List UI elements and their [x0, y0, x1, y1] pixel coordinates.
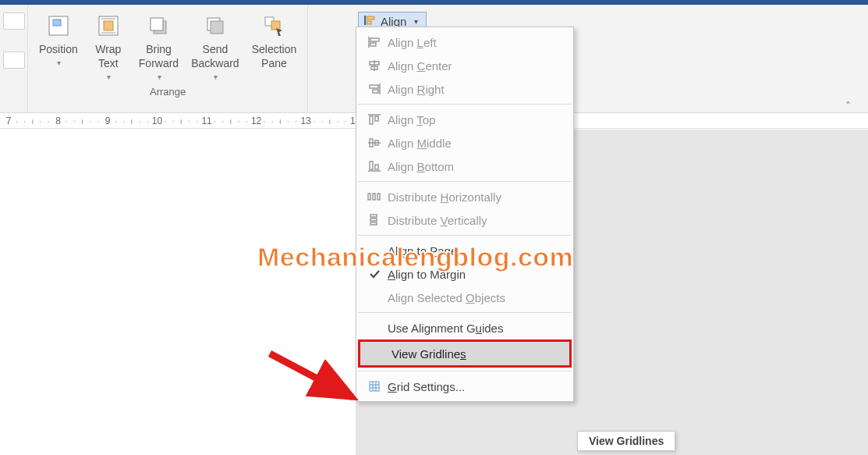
- align-menu: Align LeftAlign CenterAlign RightAlign T…: [356, 27, 574, 402]
- align-bottom-icon: [361, 160, 388, 172]
- menu-item[interactable]: Align to Page: [356, 239, 573, 262]
- check-icon: [361, 268, 388, 280]
- position-button[interactable]: Position ▾: [33, 9, 84, 73]
- svg-rect-1: [53, 20, 61, 26]
- selection-pane-button[interactable]: Selection Pane: [246, 9, 303, 73]
- bring-forward-button[interactable]: Bring Forward ▾: [133, 9, 185, 87]
- dropdown-caret-icon: ▾: [158, 70, 161, 84]
- ruler-segment: 8· · ı · ·: [53, 116, 103, 126]
- svg-rect-17: [370, 43, 376, 46]
- menu-item-label: Align to Page: [388, 244, 562, 258]
- menu-item-label: Align Selected Objects: [388, 291, 562, 304]
- ruler-segment: 12· · ı · ·: [251, 116, 301, 126]
- svg-rect-7: [151, 18, 163, 30]
- menu-item-label: Align Middle: [388, 137, 562, 150]
- ruler-number: 13: [300, 116, 311, 126]
- bring-forward-label: Bring Forward: [139, 42, 179, 70]
- align-left-icon: [361, 36, 388, 48]
- svg-rect-22: [370, 85, 378, 88]
- ruler-ticks: · · ı · ·: [313, 116, 349, 126]
- menu-separator: [358, 104, 572, 105]
- menu-item-label: Align Center: [388, 59, 562, 73]
- ruler-number: 8: [53, 116, 64, 126]
- selection-pane-label: Selection Pane: [252, 42, 297, 70]
- svg-rect-31: [370, 162, 373, 169]
- ruler-number: 7: [3, 116, 14, 126]
- annotation-arrow-icon: [265, 347, 367, 410]
- menu-item: Align Left: [356, 30, 573, 54]
- menu-item-label: Align Top: [388, 113, 562, 126]
- align-middle-icon: [361, 137, 388, 149]
- align-center-icon: [361, 59, 388, 72]
- collapse-ribbon-icon[interactable]: ˄: [845, 100, 851, 112]
- dist-h-icon: [361, 190, 388, 203]
- send-backward-icon: [202, 12, 229, 39]
- svg-rect-38: [370, 222, 377, 225]
- menu-item[interactable]: Grid Settings...: [356, 375, 573, 398]
- svg-line-44: [270, 354, 353, 397]
- ruler-segment: 10· · ı · ·: [152, 116, 202, 126]
- svg-rect-11: [271, 21, 280, 30]
- ruler-segment: 9· · ı · ·: [102, 116, 152, 126]
- menu-separator: [358, 371, 572, 371]
- ruler-segment: 11· · ı · ·: [201, 116, 251, 126]
- menu-item-label: Align Bottom: [388, 160, 562, 173]
- menu-item: Align Center: [356, 54, 573, 77]
- dropdown-caret-icon: ▾: [57, 56, 61, 70]
- position-label: Position: [39, 42, 78, 56]
- svg-rect-26: [375, 116, 378, 121]
- ruler-ticks: · · ı · ·: [214, 116, 250, 126]
- stub-box: [3, 12, 25, 30]
- svg-rect-16: [370, 38, 379, 41]
- svg-rect-34: [373, 194, 375, 200]
- menu-item: Align Right: [356, 77, 573, 101]
- ruler-ticks: · · ı · ·: [165, 116, 200, 126]
- ruler-ticks: · · ı · ·: [115, 116, 151, 126]
- menu-item-label: Align to Margin: [388, 268, 562, 281]
- ruler-number: 9: [102, 116, 113, 126]
- svg-rect-37: [370, 219, 377, 221]
- svg-rect-14: [367, 21, 371, 24]
- align-top-icon: [361, 113, 388, 126]
- svg-rect-32: [375, 165, 378, 169]
- menu-item: Align Bottom: [356, 155, 573, 178]
- svg-rect-23: [373, 90, 378, 93]
- menu-item: Distribute Horizontally: [356, 185, 573, 208]
- ruler-ticks: · · ı · ·: [264, 116, 299, 126]
- menu-separator: [358, 312, 572, 313]
- menu-item-label: Distribute Horizontally: [388, 190, 562, 204]
- ruler-number: 12: [251, 116, 262, 126]
- ruler-ticks: · · ı · ·: [66, 116, 101, 126]
- dropdown-caret-icon: ▾: [414, 17, 418, 26]
- menu-item: Align Middle: [356, 131, 573, 155]
- wrap-text-button[interactable]: Wrap Text ▾: [84, 9, 133, 87]
- group-label: Arrange: [150, 86, 186, 102]
- svg-rect-33: [368, 194, 370, 200]
- align-right-icon: [361, 83, 388, 95]
- menu-item-label: Grid Settings...: [388, 380, 562, 393]
- send-backward-button[interactable]: Send Backward ▾: [185, 9, 245, 87]
- ribbon-left-stub: [0, 5, 28, 112]
- bring-forward-icon: [145, 12, 172, 39]
- dropdown-caret-icon: ▾: [107, 70, 111, 84]
- dropdown-caret-icon: ▾: [214, 70, 218, 84]
- grid-icon: [361, 380, 388, 393]
- ruler-segment: 13· · ı · ·: [300, 116, 350, 126]
- position-icon: [45, 12, 72, 39]
- stub-box: [3, 52, 25, 69]
- svg-rect-35: [377, 194, 380, 200]
- ruler-number: 11: [201, 116, 212, 126]
- menu-item[interactable]: View Gridlines: [358, 339, 572, 368]
- arrange-group: Position ▾ Wrap Text ▾ Bring Forward ▾: [28, 5, 308, 112]
- svg-rect-25: [370, 116, 373, 124]
- wrap-text-icon: [95, 12, 122, 39]
- ruler-segment: 7· · ı · ·: [3, 116, 53, 126]
- menu-item[interactable]: Align to Margin: [356, 262, 573, 286]
- wrap-text-label: Wrap Text: [95, 42, 121, 70]
- svg-rect-9: [211, 21, 223, 34]
- menu-item-label: Align Right: [388, 83, 562, 96]
- menu-item[interactable]: Use Alignment Guides: [356, 316, 573, 339]
- svg-rect-3: [104, 21, 113, 30]
- svg-rect-39: [370, 382, 379, 391]
- menu-separator: [358, 235, 572, 236]
